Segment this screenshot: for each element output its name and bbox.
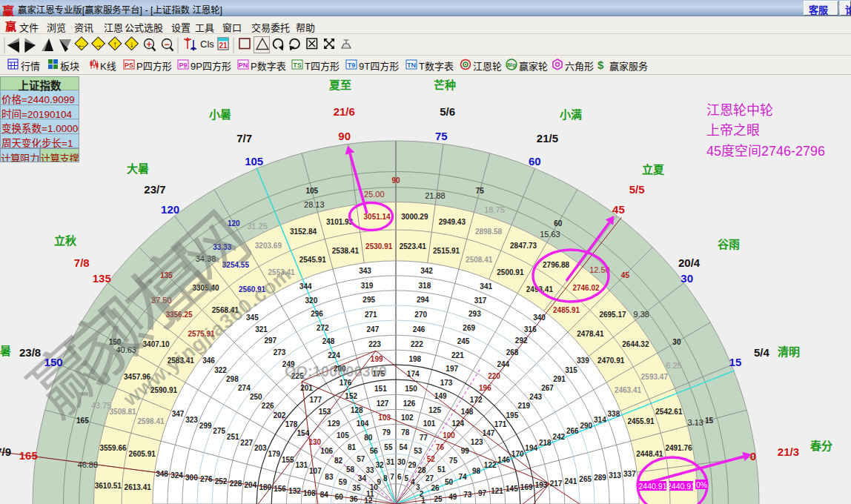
svg-text:314: 314 xyxy=(594,416,606,424)
svg-text:2695.17: 2695.17 xyxy=(599,311,626,319)
svg-text:173: 173 xyxy=(440,379,453,387)
svg-text:23/8: 23/8 xyxy=(19,346,41,359)
svg-text:339: 339 xyxy=(577,357,589,365)
svg-text:29: 29 xyxy=(408,461,417,469)
svg-text:126: 126 xyxy=(403,399,416,408)
svg-text:108: 108 xyxy=(303,489,316,497)
svg-text:2538.41: 2538.41 xyxy=(332,247,360,255)
svg-text:201: 201 xyxy=(300,384,313,392)
svg-text:12: 12 xyxy=(364,497,373,504)
svg-text:2746.02: 2746.02 xyxy=(572,284,600,292)
svg-text:130: 130 xyxy=(308,438,321,446)
svg-text:34: 34 xyxy=(358,474,367,483)
svg-text:0: 0 xyxy=(750,450,756,462)
svg-text:266: 266 xyxy=(566,427,579,435)
svg-text:296: 296 xyxy=(311,310,323,318)
svg-text:193: 193 xyxy=(535,481,548,489)
svg-text:150: 150 xyxy=(44,356,63,368)
svg-text:82: 82 xyxy=(334,457,343,465)
svg-text:2455.91: 2455.91 xyxy=(627,417,655,425)
svg-text:2478.41: 2478.41 xyxy=(577,330,604,338)
svg-text:2613.41: 2613.41 xyxy=(125,483,152,491)
svg-text:322: 322 xyxy=(214,366,227,374)
svg-text:2898.58: 2898.58 xyxy=(475,228,503,236)
svg-text:28.13: 28.13 xyxy=(304,200,325,209)
svg-text:5/6: 5/6 xyxy=(440,105,455,118)
svg-text:T9: T9 xyxy=(348,62,356,69)
svg-text:165: 165 xyxy=(19,449,38,462)
svg-text:316: 316 xyxy=(524,325,537,334)
svg-text:120: 120 xyxy=(228,219,240,228)
svg-text:Big: Big xyxy=(507,62,517,68)
svg-text:298: 298 xyxy=(226,375,239,383)
svg-text:18.75: 18.75 xyxy=(484,205,505,214)
svg-text:5: 5 xyxy=(405,474,409,483)
svg-text:129: 129 xyxy=(328,420,340,428)
svg-text:149: 149 xyxy=(434,392,447,400)
svg-text:0%: 0% xyxy=(696,480,707,489)
svg-text:202: 202 xyxy=(274,411,286,420)
svg-text:313: 313 xyxy=(609,471,621,480)
svg-text:106: 106 xyxy=(320,447,333,455)
svg-text:73: 73 xyxy=(463,491,472,499)
svg-text:275: 275 xyxy=(213,427,225,435)
svg-text:2463.41: 2463.41 xyxy=(615,386,642,394)
svg-text:101: 101 xyxy=(423,420,436,428)
svg-text:223: 223 xyxy=(368,340,381,348)
svg-text:2949.43: 2949.43 xyxy=(439,218,466,226)
svg-text:7: 7 xyxy=(390,473,394,481)
svg-text:54: 54 xyxy=(400,443,408,451)
svg-text:3610.51: 3610.51 xyxy=(95,482,122,490)
svg-text:↓: ↓ xyxy=(130,39,134,50)
svg-text:Cls: Cls xyxy=(200,39,214,50)
svg-text:105: 105 xyxy=(337,431,349,440)
svg-text:105: 105 xyxy=(305,187,318,195)
svg-text:立夏: 立夏 xyxy=(642,163,665,176)
svg-text:2593.47: 2593.47 xyxy=(641,373,669,381)
svg-text:79: 79 xyxy=(383,428,391,437)
svg-text:55: 55 xyxy=(384,443,393,451)
svg-text:75: 75 xyxy=(476,187,485,195)
svg-text:152: 152 xyxy=(345,392,357,400)
svg-text:150: 150 xyxy=(405,385,417,393)
svg-text:124: 124 xyxy=(451,420,464,428)
svg-text:145: 145 xyxy=(506,485,518,493)
svg-text:4: 4 xyxy=(411,478,415,486)
svg-text:2470.91: 2470.91 xyxy=(597,357,625,365)
svg-text:320: 320 xyxy=(305,296,318,305)
svg-text:PS: PS xyxy=(125,62,133,69)
svg-text:处暑: 处暑 xyxy=(0,345,11,357)
svg-text:270: 270 xyxy=(414,311,427,319)
svg-text:56: 56 xyxy=(370,447,379,455)
svg-text:321: 321 xyxy=(255,325,268,334)
svg-text:77: 77 xyxy=(420,434,428,442)
svg-text:45: 45 xyxy=(621,271,630,279)
svg-text:80: 80 xyxy=(364,434,373,442)
svg-text:120: 120 xyxy=(161,203,179,216)
svg-text:102: 102 xyxy=(401,414,414,422)
svg-text:立秋: 立秋 xyxy=(54,234,77,247)
svg-text:245: 245 xyxy=(457,337,470,345)
svg-text:204: 204 xyxy=(245,481,257,489)
svg-text:128: 128 xyxy=(351,406,363,414)
svg-text:221: 221 xyxy=(451,351,464,359)
svg-text:21/6: 21/6 xyxy=(334,105,355,118)
svg-text:299: 299 xyxy=(199,422,212,430)
svg-text:170: 170 xyxy=(511,450,524,458)
svg-text:27: 27 xyxy=(426,474,434,483)
svg-text:2523.41: 2523.41 xyxy=(400,242,427,251)
svg-text:291: 291 xyxy=(553,375,566,383)
svg-text:2491.76: 2491.76 xyxy=(665,444,692,452)
svg-text:267: 267 xyxy=(541,384,554,392)
svg-text:227: 227 xyxy=(240,439,253,447)
svg-text:74: 74 xyxy=(459,473,468,481)
svg-text:2448.41: 2448.41 xyxy=(636,450,663,458)
svg-text:25.00: 25.00 xyxy=(364,190,385,199)
svg-text:203: 203 xyxy=(254,444,267,452)
svg-text:295: 295 xyxy=(362,296,375,304)
svg-text:58: 58 xyxy=(346,465,355,474)
svg-text:243: 243 xyxy=(529,393,542,401)
svg-text:98: 98 xyxy=(472,467,481,475)
svg-text:222: 222 xyxy=(411,340,423,348)
svg-text:323: 323 xyxy=(185,416,198,424)
